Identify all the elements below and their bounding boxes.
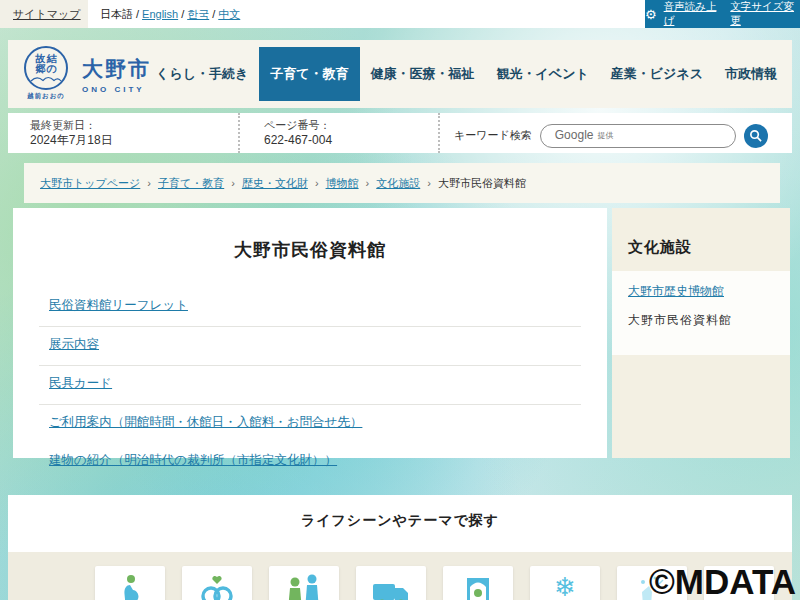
life-scene-card-snow[interactable]: ❄: [530, 566, 600, 600]
search-input[interactable]: Google 提供: [540, 124, 736, 148]
nav-item-health-welfare[interactable]: 健康・医療・福祉: [360, 47, 486, 101]
top-utility-bar: サイトマップ 日本語 / English / 한국 / 中文 ⚙ 音声読み上げ …: [0, 0, 800, 28]
language-separator: /: [181, 8, 184, 20]
breadcrumb-separator: ›: [147, 177, 151, 189]
city-name: 大野市: [82, 55, 151, 83]
nav-item-city-info[interactable]: 市政情報: [714, 47, 788, 101]
search-button[interactable]: [744, 124, 768, 148]
breadcrumb-cultural-facilities[interactable]: 文化施設: [376, 176, 420, 191]
last-updated: 最終更新日： 2024年7月18日: [8, 113, 238, 153]
memorial-portrait-icon: [463, 574, 493, 600]
family-pair-icon: [284, 574, 324, 600]
content-link-list: 民俗資料館リーフレット 展示内容 民具カード ご利用案内（開館時間・休館日・入館…: [39, 288, 581, 481]
breadcrumb-separator: ›: [231, 177, 235, 189]
text-to-speech-link[interactable]: 音声読み上げ: [664, 0, 724, 28]
sitemap-area: サイトマップ: [0, 0, 88, 28]
page-title: 大野市民俗資料館: [13, 208, 607, 262]
pregnancy-icon: [113, 574, 147, 600]
page-number-label: ページ番号：: [264, 118, 438, 133]
life-scene-card-memorial[interactable]: [443, 566, 513, 600]
page-number-value: 622-467-004: [264, 133, 438, 148]
emblem-char: 郷: [35, 64, 46, 74]
nav-item-industry-business[interactable]: 産業・ビジネス: [600, 47, 714, 101]
breadcrumb-history[interactable]: 歴史・文化財: [242, 176, 308, 191]
emblem-tagline: 越前おおの: [22, 92, 70, 101]
link-folk-tool-cards[interactable]: 民具カード: [39, 366, 581, 405]
city-emblem-icon: 故 結 郷 の: [24, 46, 68, 90]
sitemap-link[interactable]: サイトマップ: [13, 7, 81, 22]
marriage-rings-icon: [198, 574, 236, 600]
last-updated-label: 最終更新日：: [30, 118, 238, 133]
language-separator: /: [212, 8, 215, 20]
nav-item-tourism-events[interactable]: 観光・イベント: [486, 47, 600, 101]
search-icon: [749, 129, 762, 142]
life-scene-card-marriage[interactable]: [182, 566, 252, 600]
sidebar-link-list: 大野市歴史博物館 大野市民俗資料館: [612, 271, 790, 355]
city-name-block[interactable]: 大野市 ONO CITY: [82, 55, 151, 94]
search-placeholder: Google: [555, 128, 594, 143]
breadcrumb-separator: ›: [427, 177, 431, 189]
link-exhibits[interactable]: 展示内容: [39, 327, 581, 366]
life-scene-card-pregnancy[interactable]: [95, 566, 165, 600]
sidebar-item-folk-museum-current: 大野市民俗資料館: [628, 312, 774, 329]
link-leaflet[interactable]: 民俗資料館リーフレット: [39, 288, 581, 327]
mountain-icon: [30, 74, 62, 82]
page-meta-bar: 最終更新日： 2024年7月18日 ページ番号： 622-467-004 キーワ…: [8, 113, 792, 153]
breadcrumb-museum[interactable]: 博物館: [326, 176, 359, 191]
sidebar-item-history-museum[interactable]: 大野市歴史博物館: [628, 283, 774, 300]
city-name-en: ONO CITY: [82, 85, 151, 94]
breadcrumb-separator: ›: [315, 177, 319, 189]
breadcrumb-separator: ›: [366, 177, 370, 189]
link-building-intro[interactable]: 建物の紹介（明治時代の裁判所（市指定文化財））: [39, 443, 581, 481]
breadcrumb-childcare[interactable]: 子育て・教育: [158, 176, 224, 191]
main-navigation: くらし・手続き 子育て・教育 健康・医療・福祉 観光・イベント 産業・ビジネス …: [145, 40, 788, 108]
city-logo[interactable]: 故 結 郷 の 越前おおの: [22, 46, 70, 101]
language-link-chinese[interactable]: 中文: [218, 7, 240, 22]
link-visitor-guide[interactable]: ご利用案内（開館時間・休館日・入館料・お問合せ先）: [39, 405, 581, 443]
main-content: 大野市民俗資料館 民俗資料館リーフレット 展示内容 民具カード ご利用案内（開館…: [13, 208, 607, 458]
life-scene-card-family[interactable]: [269, 566, 339, 600]
search-label: キーワード検索: [454, 128, 532, 143]
keyword-search: キーワード検索 Google 提供: [438, 113, 792, 153]
language-current: 日本語: [100, 7, 133, 22]
breadcrumb-current: 大野市民俗資料館: [438, 176, 526, 191]
language-separator: /: [136, 8, 139, 20]
mdata-watermark: ©MDATA: [649, 562, 796, 600]
site-header: 故 結 郷 の 越前おおの 大野市 ONO CITY くらし・手続き 子育て・教…: [8, 40, 792, 108]
breadcrumb: 大野市トップページ › 子育て・教育 › 歴史・文化財 › 博物館 › 文化施設…: [24, 163, 780, 203]
accessibility-bar: ⚙ 音声読み上げ 文字サイズ変更: [645, 0, 800, 28]
emblem-char: の: [46, 64, 57, 74]
search-placeholder-suffix: 提供: [597, 128, 613, 143]
sidebar-title: 文化施設: [612, 208, 790, 271]
life-scene-title: ライフシーンやテーマで探す: [8, 495, 792, 530]
nav-item-childcare-education[interactable]: 子育て・教育: [259, 47, 359, 101]
snowflake-icon: ❄: [554, 574, 576, 600]
nav-item-living[interactable]: くらし・手続き: [145, 47, 259, 101]
gear-icon: ⚙: [645, 8, 657, 21]
life-scene-card-moving[interactable]: [356, 566, 426, 600]
breadcrumb-home[interactable]: 大野市トップページ: [40, 176, 140, 191]
language-link-korean[interactable]: 한국: [187, 7, 209, 22]
page-number: ページ番号： 622-467-004: [238, 113, 438, 153]
last-updated-value: 2024年7月18日: [30, 133, 238, 148]
moving-truck-icon: [370, 574, 412, 600]
language-switcher: 日本語 / English / 한국 / 中文: [88, 0, 645, 28]
language-link-english[interactable]: English: [142, 8, 178, 20]
font-size-link[interactable]: 文字サイズ変更: [730, 0, 800, 28]
sidebar-cultural-facilities: 文化施設 大野市歴史博物館 大野市民俗資料館: [612, 208, 790, 458]
